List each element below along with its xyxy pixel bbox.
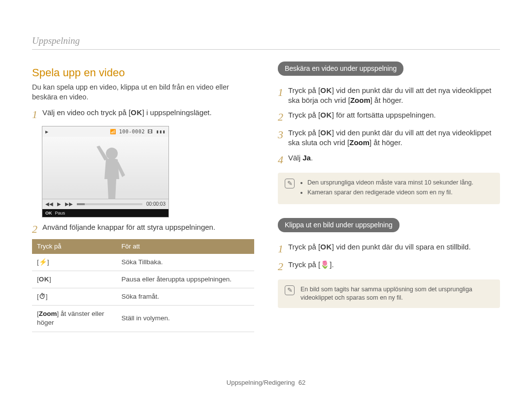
note-box-2: ✎ En bild som tagits har samma upplösnin… <box>278 279 500 308</box>
right-s1-step-1: 1 Tryck på [OK] vid den punkt där du vil… <box>278 86 500 106</box>
left-step-1: 1 Välj en video och tryck på [OK] i upps… <box>32 108 254 121</box>
table-header-press: Tryck på <box>32 239 116 254</box>
step-number: 2 <box>32 222 37 235</box>
signal-icon: 📶 <box>110 128 116 135</box>
zoom-key: Zoom <box>39 310 57 317</box>
play-mode-icon: ▶ <box>45 128 49 135</box>
step-text: . <box>311 154 313 162</box>
step-number: 1 <box>278 242 283 255</box>
left-column: Spela upp en video Du kan spela upp en v… <box>32 61 254 332</box>
page-footer: Uppspelning/Redigering 62 <box>0 378 532 387</box>
rewind-icon: ◀◀ <box>45 201 53 208</box>
timer-icon: ⏱ <box>39 293 46 300</box>
macro-icon: 🌷 <box>320 261 330 268</box>
step-text: Tryck på [ <box>288 86 320 94</box>
step-text: Använd följande knappar för att styra up… <box>42 222 254 232</box>
note-box-1: ✎ Den ursprungliga videon måste vara min… <box>278 173 500 204</box>
ok-key-icon: OK <box>320 111 332 119</box>
step-text: ] vid den punkt där du vill spara en sti… <box>332 243 471 251</box>
step-number: 1 <box>278 86 283 98</box>
step-number: 3 <box>278 128 283 141</box>
right-s2-step-2: 2 Tryck på [🌷]. <box>278 260 500 273</box>
step-number: 4 <box>278 153 283 166</box>
progress-track <box>77 203 142 205</box>
intro-text: Du kan spela upp en video, klippa ut en … <box>32 83 254 102</box>
note-text: En bild som tagits har samma upplösning … <box>300 286 472 301</box>
right-column: Beskära en video under uppspelning 1 Try… <box>278 61 500 332</box>
table-row: [⚡] Söka Tillbaka. <box>32 254 254 271</box>
table-row: [Zoom] åt vänster eller höger Ställ in v… <box>32 306 254 332</box>
action-text: Ställ in volymen. <box>116 306 254 332</box>
step-number: 1 <box>32 108 37 121</box>
ok-key-icon: OK <box>320 86 332 94</box>
table-header-for: För att <box>116 239 254 254</box>
section-pill-capture: Klippa ut en bild under uppspelning <box>278 218 399 232</box>
right-s1-step-4: 4 Välj Ja. <box>278 153 500 166</box>
ok-key-icon: OK <box>320 128 332 137</box>
footer-page: 62 <box>299 379 305 386</box>
table-row: [⏱] Söka framåt. <box>32 288 254 305</box>
step-number: 2 <box>278 260 283 273</box>
step-text: ] åt höger. <box>370 96 403 104</box>
film-icon: 🎞 <box>148 128 153 135</box>
ok-key-icon: OK <box>39 276 49 283</box>
time-display: 00:00:03 <box>146 201 166 208</box>
note-item: Den ursprungliga videon måste vara minst… <box>307 179 473 187</box>
step-text: Tryck på [ <box>288 128 320 137</box>
note-item: Kameran sparar den redigerade videon som… <box>307 188 473 197</box>
step-number: 2 <box>278 110 283 123</box>
zoom-key: Zoom <box>350 96 370 104</box>
left-step-2: 2 Använd följande knappar för att styra … <box>32 222 254 235</box>
action-text: Söka Tillbaka. <box>116 254 254 271</box>
note-icon: ✎ <box>285 179 295 188</box>
step-text: ]. <box>330 260 333 269</box>
step-text: Tryck på [ <box>288 243 320 251</box>
person-silhouette <box>95 145 129 199</box>
step-text: Tryck på [ <box>288 111 320 119</box>
footer-label: Uppspelning/Redigering <box>227 379 295 386</box>
battery-icon: ▮▮▮ <box>156 128 166 135</box>
flash-icon: ⚡ <box>39 259 47 266</box>
zoom-key: Zoom <box>349 138 369 147</box>
video-screenshot: ▶ 📶 100-0002 🎞 ▮▮▮ <box>42 126 169 217</box>
step-text: ] åt höger. <box>369 138 402 147</box>
page-title: Spela upp en video <box>32 65 254 80</box>
action-text: Pausa eller återuppta uppspelningen. <box>116 271 254 288</box>
right-s1-step-2: 2 Tryck på [OK] för att fortsätta uppspe… <box>278 110 500 123</box>
page-header: Uppspelning <box>32 34 500 50</box>
action-text: Söka framåt. <box>116 288 254 305</box>
step-text: ] för att fortsätta uppspelningen. <box>332 111 436 119</box>
section-pill-trim: Beskära en video under uppspelning <box>278 62 403 76</box>
controls-table: Tryck på För att [⚡] Söka Tillbaka. [OK]… <box>32 239 254 332</box>
ok-label: OK <box>45 210 52 216</box>
step-text: Välj en video och tryck på [ <box>42 108 131 117</box>
ok-key-icon: OK <box>320 243 332 251</box>
step-text: Välj <box>288 154 302 162</box>
ok-key-icon: OK <box>131 108 142 117</box>
step-text: ] i uppspelningsläget. <box>142 108 212 117</box>
right-s2-step-1: 1 Tryck på [OK] vid den punkt där du vil… <box>278 242 500 255</box>
forward-icon: ▶▶ <box>65 201 73 208</box>
note-icon: ✎ <box>285 285 295 295</box>
table-row: [OK] Pausa eller återuppta uppspelningen… <box>32 271 254 288</box>
svg-point-0 <box>106 148 118 159</box>
yes-bold: Ja <box>302 154 311 162</box>
play-icon: ▶ <box>57 201 61 208</box>
step-text: Tryck på [ <box>288 260 320 269</box>
image-counter: 100-0002 <box>119 128 145 135</box>
pause-label: Paus <box>55 210 66 216</box>
right-s1-step-3: 3 Tryck på [OK] vid den punkt där du vil… <box>278 128 500 148</box>
